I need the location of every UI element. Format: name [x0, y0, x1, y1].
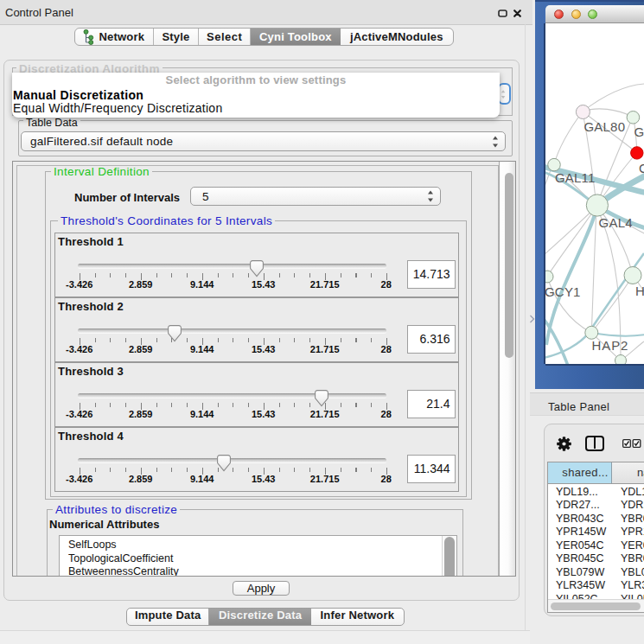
svg-text:C: C: [639, 161, 644, 175]
svg-text:HAP2: HAP2: [592, 338, 629, 353]
svg-text:GA: GA: [634, 124, 644, 139]
svg-text:GCY1: GCY1: [545, 284, 581, 299]
svg-text:GAL11: GAL11: [555, 170, 596, 185]
svg-text:GAL80: GAL80: [584, 119, 626, 134]
svg-text:GAL4: GAL4: [599, 215, 633, 230]
svg-text:H: H: [635, 284, 644, 298]
